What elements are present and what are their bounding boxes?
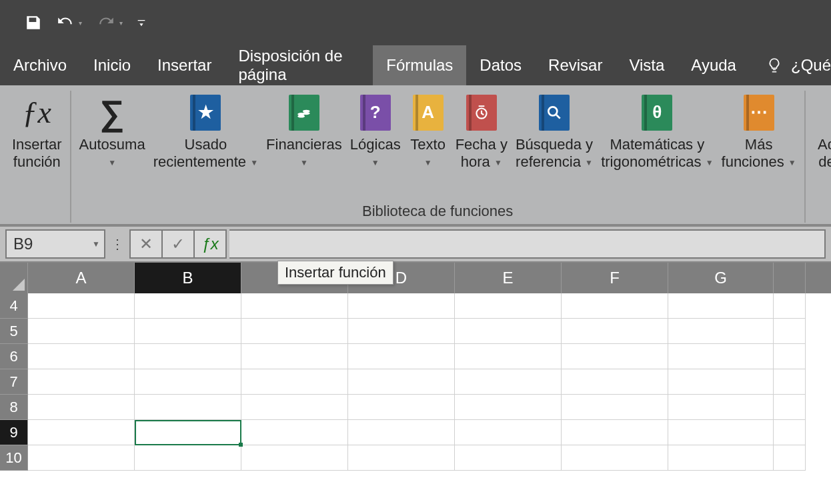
cell-D4[interactable] (348, 293, 455, 319)
row-header-5[interactable]: 5 (0, 319, 28, 344)
recently-used-button[interactable]: ★ Usadorecientemente ▼ (149, 91, 262, 171)
cell-G8[interactable] (668, 395, 774, 420)
cell-B10[interactable] (135, 445, 241, 471)
cell-F9[interactable] (562, 420, 668, 445)
tab-help[interactable]: Ayuda (678, 45, 750, 85)
logical-button[interactable]: ? Lógicas▼ (346, 91, 405, 171)
row-header-6[interactable]: 6 (0, 344, 28, 369)
cell-B5[interactable] (135, 319, 241, 344)
cell-overflow-9[interactable] (774, 420, 806, 445)
cell-C6[interactable] (241, 344, 348, 369)
financial-button[interactable]: Financieras▼ (262, 91, 346, 171)
cell-overflow-6[interactable] (774, 344, 806, 369)
formula-bar-grip[interactable]: ⋮ (109, 229, 125, 259)
cell-C8[interactable] (241, 395, 348, 420)
cell-E7[interactable] (455, 369, 562, 395)
cell-C5[interactable] (241, 319, 348, 344)
cell-F8[interactable] (562, 395, 668, 420)
row-header-4[interactable]: 4 (0, 293, 28, 319)
row-header-7[interactable]: 7 (0, 369, 28, 395)
cell-A8[interactable] (28, 395, 135, 420)
cell-C4[interactable] (241, 293, 348, 319)
customize-qat-button[interactable] (132, 8, 151, 37)
cell-E8[interactable] (455, 395, 562, 420)
insert-function-fx-button[interactable]: ƒx (193, 229, 227, 259)
cell-D5[interactable] (348, 319, 455, 344)
text-button[interactable]: A Texto▼ (405, 91, 452, 171)
select-all-triangle[interactable] (0, 263, 28, 293)
save-button[interactable] (19, 8, 48, 37)
tab-home[interactable]: Inicio (80, 45, 144, 85)
row-header-9[interactable]: 9 (0, 420, 28, 445)
cell-D10[interactable] (348, 445, 455, 471)
cell-C9[interactable] (241, 420, 348, 445)
cell-G10[interactable] (668, 445, 774, 471)
cell-B4[interactable] (135, 293, 241, 319)
name-manager-button[interactable]: Admde n (810, 91, 831, 171)
cell-A7[interactable] (28, 369, 135, 395)
cell-F10[interactable] (562, 445, 668, 471)
cell-C7[interactable] (241, 369, 348, 395)
cell-G7[interactable] (668, 369, 774, 395)
cell-D8[interactable] (348, 395, 455, 420)
cell-D9[interactable] (348, 420, 455, 445)
cell-overflow-8[interactable] (774, 395, 806, 420)
cell-B6[interactable] (135, 344, 241, 369)
more-functions-button[interactable]: ⋯ Másfunciones ▼ (718, 91, 800, 171)
cell-D7[interactable] (348, 369, 455, 395)
column-header-A[interactable]: A (28, 263, 135, 293)
datetime-button[interactable]: Fecha yhora ▼ (452, 91, 512, 171)
tell-me[interactable]: ¿Qué (766, 45, 831, 85)
undo-dropdown-caret[interactable]: ▾ (79, 19, 82, 27)
cell-F4[interactable] (562, 293, 668, 319)
row-header-10[interactable]: 10 (0, 445, 28, 471)
column-header-G[interactable]: G (668, 263, 774, 293)
name-box[interactable]: B9 ▼ (5, 229, 105, 259)
cell-G5[interactable] (668, 319, 774, 344)
cell-overflow-10[interactable] (774, 445, 806, 471)
insert-function-button[interactable]: ƒx Insertarfunción (8, 91, 66, 171)
column-header-B[interactable]: B (135, 263, 241, 293)
cell-E6[interactable] (455, 344, 562, 369)
cell-B8[interactable] (135, 395, 241, 420)
cell-G4[interactable] (668, 293, 774, 319)
tab-formulas[interactable]: Fórmulas (373, 45, 466, 85)
cell-E4[interactable] (455, 293, 562, 319)
redo-button[interactable] (91, 8, 121, 37)
tab-file[interactable]: Archivo (0, 45, 80, 85)
cell-G9[interactable] (668, 420, 774, 445)
cell-overflow-5[interactable] (774, 319, 806, 344)
math-trig-button[interactable]: θ Matemáticas ytrigonométricas ▼ (597, 91, 717, 171)
lookup-button[interactable]: Búsqueda yreferencia ▼ (512, 91, 597, 171)
name-box-caret[interactable]: ▼ (92, 239, 100, 249)
cell-A5[interactable] (28, 319, 135, 344)
tab-data[interactable]: Datos (466, 45, 535, 85)
cell-D6[interactable] (348, 344, 455, 369)
enter-formula-button[interactable]: ✓ (161, 229, 195, 259)
cell-overflow-4[interactable] (774, 293, 806, 319)
cell-E5[interactable] (455, 319, 562, 344)
column-header-F[interactable]: F (562, 263, 668, 293)
cancel-formula-button[interactable]: ✕ (129, 229, 163, 259)
cell-B9[interactable] (135, 420, 241, 445)
tab-view[interactable]: Vista (616, 45, 678, 85)
cell-G6[interactable] (668, 344, 774, 369)
autosum-button[interactable]: ∑ Autosuma▼ (75, 91, 149, 171)
cell-C10[interactable] (241, 445, 348, 471)
cell-F5[interactable] (562, 319, 668, 344)
tab-review[interactable]: Revisar (535, 45, 616, 85)
column-header-overflow[interactable] (774, 263, 806, 293)
undo-button[interactable] (51, 8, 80, 37)
cell-E9[interactable] (455, 420, 562, 445)
cell-A4[interactable] (28, 293, 135, 319)
cell-A10[interactable] (28, 445, 135, 471)
column-header-E[interactable]: E (455, 263, 562, 293)
row-header-8[interactable]: 8 (0, 395, 28, 420)
cell-B7[interactable] (135, 369, 241, 395)
cell-A9[interactable] (28, 420, 135, 445)
cell-F6[interactable] (562, 344, 668, 369)
tab-page-layout[interactable]: Disposición de página (225, 45, 373, 85)
tab-insert[interactable]: Insertar (144, 45, 225, 85)
cell-A6[interactable] (28, 344, 135, 369)
cell-E10[interactable] (455, 445, 562, 471)
